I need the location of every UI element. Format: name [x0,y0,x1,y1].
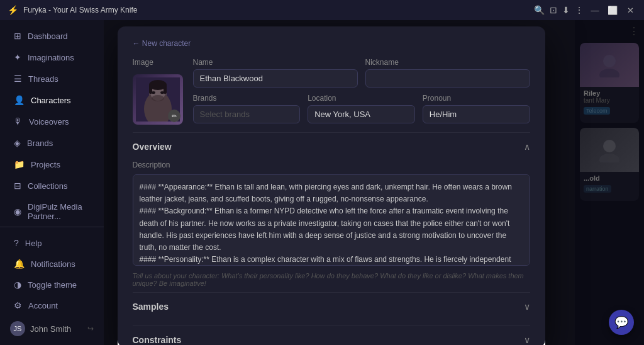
image-section: Image [133,58,183,125]
sidebar-item-label: Account [28,301,58,310]
sidebar-item-label: Voiceovers [29,117,69,127]
pronoun-field-col: Pronoun [423,94,530,123]
name-label: Name [193,58,358,67]
sidebar-item-toggle-theme[interactable]: ◑ Toggle theme [4,274,100,295]
titlebar: ⚡ Furyka - Your AI Swiss Army Knife 🔍 ⊡ … [0,0,644,20]
sidebar-item-label: Characters [31,96,71,105]
sidebar-item-threads[interactable]: ☰ Threads [4,69,100,89]
titlebar-left: ⚡ Furyka - Your AI Swiss Army Knife [8,5,137,15]
digipulz-icon: ◉ [14,206,21,217]
sidebar-item-label: Collections [28,181,68,191]
sidebar-item-label: Dashboard [28,31,68,41]
avatar-edit-button[interactable]: ✏ [168,110,180,122]
imaginations-icon: ✦ [14,52,21,62]
samples-toggle-icon[interactable]: ∨ [524,302,530,312]
sidebar-item-label: Toggle theme [28,280,77,290]
account-icon: ⚙ [14,300,22,310]
sidebar-bottom: ? Help 🔔 Notifications ◑ Toggle theme ⚙ … [0,227,104,341]
sidebar-item-dashboard[interactable]: ⊞ Dashboard [4,26,100,46]
image-label: Image [133,58,153,67]
pronoun-label: Pronoun [423,94,530,103]
modal-content: ← New character Image [118,26,545,345]
chat-icon: 💬 [614,315,628,329]
maximize-button[interactable]: ⬜ [606,4,619,16]
minimize-button[interactable]: — [589,4,601,16]
voiceovers-icon: 🎙 [14,116,23,127]
svg-point-13 [152,95,164,101]
overview-section: Overview ∧ Description #### **Appearance… [133,132,530,287]
breadcrumb[interactable]: ← New character [133,39,530,48]
collections-icon: ⊟ [14,181,21,191]
constraints-section-header[interactable]: Constraints ∨ [133,326,530,345]
app-body: ⊞ Dashboard ✦ Imaginations ☰ Threads 👤 C… [0,20,644,345]
samples-section-header[interactable]: Samples ∨ [133,293,530,320]
brands-icon: ◈ [14,138,21,148]
svg-point-11 [152,91,155,94]
location-input[interactable] [308,105,415,123]
sidebar-item-label: Help [25,239,42,248]
constraints-toggle-icon[interactable]: ∨ [524,335,530,345]
search-icon[interactable]: 🔍 [534,5,545,15]
sidebar-item-digipulz[interactable]: ◉ DigiPulz Media Partner... [4,197,100,226]
projects-icon: 📁 [14,159,25,169]
name-field-col: Name [193,58,358,88]
name-nickname-fields: Name Nickname Brands [193,58,530,123]
titlebar-controls: 🔍 ⊡ ⬇ ⋮ — ⬜ ✕ [534,4,636,16]
sidebar-item-label: Imaginations [28,53,74,62]
overview-title: Overview [133,142,172,152]
nickname-label: Nickname [365,58,530,67]
samples-title: Samples [133,302,169,312]
app-title: Furyka - Your AI Swiss Army Knife [23,6,137,14]
nickname-input[interactable] [365,69,530,88]
sidebar-user[interactable]: JS John Smith ↪ [0,316,104,341]
form-top-row: Image [133,58,530,125]
dashboard-icon: ⊞ [14,31,21,41]
pronoun-input[interactable] [423,105,530,123]
brands-field-col: Brands [193,94,301,123]
sidebar-item-label: Brands [27,139,53,148]
sidebar-item-notifications[interactable]: 🔔 Notifications [4,254,100,274]
sidebar-item-voiceovers[interactable]: 🎙 Voiceovers [4,111,100,132]
character-avatar[interactable]: ✏ [133,74,183,125]
description-placeholder: Tell us about your character: What's the… [133,272,530,287]
constraints-title: Constraints [133,335,182,345]
chat-button[interactable]: 💬 [609,310,634,335]
logout-icon[interactable]: ↪ [87,324,94,333]
name-input[interactable] [193,69,358,88]
brands-label: Brands [193,94,301,103]
sidebar-item-label: Projects [31,160,60,169]
sidebar-item-account[interactable]: ⚙ Account [4,295,100,315]
overview-section-header[interactable]: Overview ∧ [133,133,530,161]
description-textarea[interactable]: #### **Appearance:** Ethan is tall and l… [133,174,530,266]
notifications-icon: 🔔 [14,259,25,269]
sidebar-item-label: Notifications [31,259,75,269]
avatar: JS [10,321,25,336]
download-icon[interactable]: ⬇ [562,5,570,15]
sidebar-item-brands[interactable]: ◈ Brands [4,133,100,153]
overview-toggle-icon[interactable]: ∧ [524,142,530,152]
brands-location-pronoun-row: Brands Location Pronoun [193,94,530,123]
bookmark-icon[interactable]: ⊡ [550,5,557,15]
menu-icon[interactable]: ⋮ [575,5,584,15]
location-field-col: Location [308,94,415,123]
create-character-modal: ← New character Image [118,26,545,345]
main-content: ⋮ Riley tant Mary Telecom [104,20,644,345]
constraints-section: Constraints ∨ [133,325,530,345]
characters-icon: 👤 [14,95,25,105]
sidebar-item-help[interactable]: ? Help [4,233,100,253]
user-name: John Smith [30,324,71,334]
sidebar: ⊞ Dashboard ✦ Imaginations ☰ Threads 👤 C… [0,20,104,345]
overview-content: Description #### **Appearance:** Ethan i… [133,161,530,287]
app-icon: ⚡ [8,5,18,15]
samples-section: Samples ∨ [133,292,530,320]
sidebar-item-characters[interactable]: 👤 Characters [4,90,100,110]
sidebar-item-collections[interactable]: ⊟ Collections [4,176,100,196]
close-button[interactable]: ✕ [624,4,636,16]
brands-input[interactable] [193,105,301,123]
threads-icon: ☰ [14,74,22,84]
nickname-field-col: Nickname [365,58,530,88]
sidebar-item-projects[interactable]: 📁 Projects [4,154,100,174]
sidebar-item-imaginations[interactable]: ✦ Imaginations [4,47,100,67]
help-icon: ? [14,238,19,248]
location-label: Location [308,94,415,103]
